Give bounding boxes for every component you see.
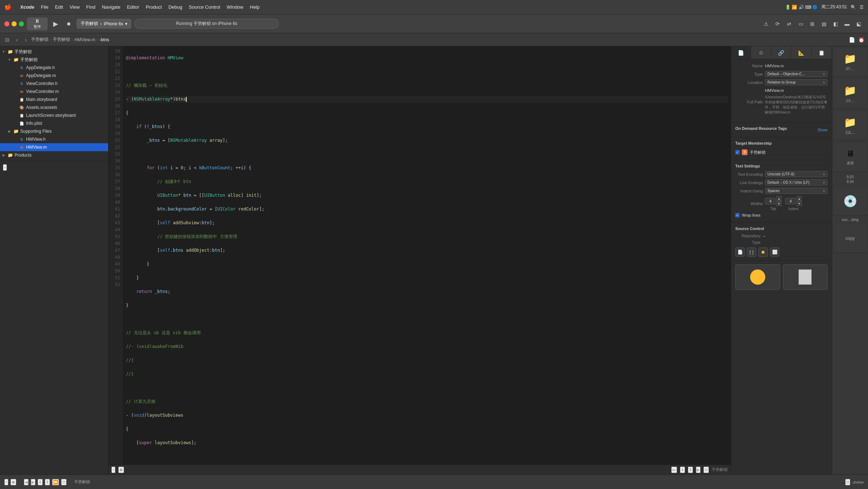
- menu-navigate[interactable]: Navigate: [102, 4, 120, 10]
- refresh-button[interactable]: ⟳: [773, 19, 783, 29]
- sc-square-icon[interactable]: ⬜: [770, 247, 779, 257]
- menu-view[interactable]: View: [69, 4, 80, 10]
- minimize-button[interactable]: [12, 21, 17, 26]
- run-button[interactable]: ▶: [51, 19, 61, 29]
- maximize-button[interactable]: [19, 21, 24, 26]
- add-debug-button[interactable]: +: [111, 467, 115, 473]
- inspector-tab-settings[interactable]: ⚙: [751, 46, 771, 59]
- menu-editor[interactable]: Editor: [127, 4, 139, 10]
- menu-edit[interactable]: Edit: [55, 4, 63, 10]
- menu-window[interactable]: Window: [227, 4, 243, 10]
- inspector-tab-quick[interactable]: 📋: [812, 46, 832, 59]
- wraplines-checkbox[interactable]: ✓: [735, 213, 740, 217]
- sidebar-left-button[interactable]: ◧: [830, 19, 841, 29]
- code-content[interactable]: 18 19 20 21 22 23 24 25 26 27 28 29 30 3…: [109, 46, 731, 464]
- menu-product[interactable]: Product: [146, 4, 162, 10]
- step-in-btn[interactable]: ⬇: [38, 479, 43, 485]
- rfp-item-3[interactable]: 📁 ZJL...: [834, 111, 867, 140]
- sidebar-item-root[interactable]: ▼ 📁 手势解锁: [0, 48, 108, 56]
- indent-width-input[interactable]: [785, 198, 796, 204]
- rfp-item-2[interactable]: 📁 13-...: [834, 80, 867, 109]
- inspector-tab-size[interactable]: 📐: [791, 46, 812, 59]
- stop-button[interactable]: ⏸ 暂停: [27, 17, 48, 30]
- indent-decrement[interactable]: ▼: [797, 201, 802, 206]
- breadcrumb-group[interactable]: 手势解锁: [53, 37, 70, 43]
- sidebar-item-group1[interactable]: ▼ 📁 手势解锁: [0, 56, 108, 64]
- step-back-btn[interactable]: ◀: [24, 479, 29, 485]
- sidebar-item-viewcontroller-m[interactable]: m ViewController.m: [0, 88, 108, 95]
- indent-increment[interactable]: ▲: [797, 196, 802, 201]
- close-button[interactable]: [4, 21, 9, 26]
- sidebar-item-main-storyboard[interactable]: 📋 Main.storyboard: [0, 95, 108, 103]
- sidebar-item-infoplist[interactable]: 📄 Info.plist: [0, 119, 108, 127]
- sidebar-item-supporting-files[interactable]: ▶ 📁 Supporting Files: [0, 127, 108, 135]
- type-dropdown[interactable]: Default – Objective-C... ▾: [765, 71, 827, 77]
- sc-diff-icon[interactable]: { }: [747, 247, 756, 257]
- sidebar-toggle[interactable]: ⊟: [3, 35, 12, 44]
- thumbnail-yellow-circle[interactable]: [735, 264, 780, 290]
- sidebar-item-hmview-m[interactable]: m HMView.m: [0, 143, 108, 151]
- target-checkbox[interactable]: ✓: [735, 150, 740, 154]
- rfp-item-disk[interactable]: 💿: [834, 187, 867, 216]
- sidebar-item-viewcontroller-h[interactable]: h ViewController.h: [0, 80, 108, 88]
- sc-document-icon[interactable]: 📄: [735, 247, 745, 257]
- lineendings-dropdown[interactable]: Default – OS X / Unix (LF) ▾: [765, 179, 827, 186]
- menu-find[interactable]: Find: [86, 4, 95, 10]
- tab-stepper[interactable]: ▲ ▼: [765, 196, 782, 206]
- rfp-item-copy[interactable]: copy: [834, 224, 867, 253]
- sc-circle-icon[interactable]: ⏺: [758, 247, 768, 257]
- layout-standard-button[interactable]: ▭: [796, 19, 806, 29]
- menu-file[interactable]: File: [41, 4, 48, 10]
- breadcrumb-symbol[interactable]: -btns: [99, 37, 109, 42]
- sidebar-item-assets[interactable]: 🎨 Assets.xcassets: [0, 103, 108, 111]
- breadcrumb-project[interactable]: 手势解锁: [31, 37, 48, 43]
- indent-stepper[interactable]: ▲ ▼: [785, 196, 802, 206]
- goto-btn[interactable]: ⏩: [52, 479, 59, 485]
- tab-width-input[interactable]: [765, 198, 776, 204]
- breadcrumb-file[interactable]: HMView.m: [75, 37, 95, 42]
- sidebar-item-appdelegate-h[interactable]: h AppDelegate.h: [0, 64, 108, 72]
- menu-source-control[interactable]: Source Control: [189, 4, 220, 10]
- menu-xcode[interactable]: Xcode: [20, 4, 34, 10]
- debug-step-button[interactable]: ⏺: [118, 467, 124, 473]
- debug-settings-btn[interactable]: ⚙: [61, 479, 67, 485]
- rfp-item-1[interactable]: 📁 07-...: [834, 48, 867, 77]
- simulate-button[interactable]: ⚙: [703, 467, 709, 473]
- inspector-tab-link[interactable]: 🔗: [771, 46, 792, 59]
- document-icon[interactable]: 📄: [848, 36, 856, 44]
- back-arrow[interactable]: ‹: [13, 36, 21, 44]
- sidebar-right-button[interactable]: ⬕: [854, 19, 864, 29]
- inspector-tab-file[interactable]: 📄: [731, 46, 751, 59]
- device-selector[interactable]: 手势解锁 › iPhone 6s ▾: [77, 19, 131, 29]
- menubar-search[interactable]: 🔍: [851, 5, 856, 10]
- continue-button[interactable]: ▶: [696, 467, 701, 473]
- code-editor[interactable]: 18 19 20 21 22 23 24 25 26 27 28 29 30 3…: [109, 46, 731, 475]
- location-dropdown[interactable]: Relative to Group ▾: [765, 79, 827, 85]
- apple-menu[interactable]: 🍎: [4, 4, 12, 10]
- debugger-button[interactable]: ▬: [842, 19, 852, 29]
- add-breakpoint-btn[interactable]: +: [4, 479, 8, 485]
- menubar-more[interactable]: ☰: [860, 5, 864, 10]
- back-forward-button[interactable]: ⇄: [784, 19, 794, 29]
- issues-button[interactable]: ⚠: [761, 19, 771, 29]
- inspector-toggle-btn[interactable]: ⊞: [845, 479, 850, 485]
- breakpoint-nav-btn[interactable]: ⏺: [10, 479, 16, 485]
- stop-square-button[interactable]: ■: [64, 19, 74, 29]
- rfp-item-4[interactable]: 🖥 桌面: [834, 143, 867, 172]
- add-file-button[interactable]: +: [3, 164, 7, 171]
- indent-dropdown[interactable]: Spaces ▾: [765, 188, 827, 194]
- menu-debug[interactable]: Debug: [169, 4, 182, 10]
- code-lines[interactable]: @implementation HMView // 懒加载 – 初始化 - (N…: [123, 46, 731, 464]
- show-button[interactable]: Show: [817, 128, 827, 132]
- tab-decrement[interactable]: ▼: [776, 201, 782, 206]
- sidebar-item-appdelegate-m[interactable]: m AppDelegate.m: [0, 72, 108, 80]
- step-into-button[interactable]: ⬇: [680, 467, 685, 473]
- tab-increment[interactable]: ▲: [776, 196, 782, 201]
- step-fwd-btn[interactable]: ▶: [31, 479, 35, 485]
- step-over-button[interactable]: ⏭: [671, 467, 677, 473]
- menu-help[interactable]: Help: [250, 4, 260, 10]
- sidebar-item-products[interactable]: ▶ 📁 Products: [0, 151, 108, 159]
- clock-icon[interactable]: ⏰: [857, 36, 865, 44]
- forward-arrow[interactable]: ›: [22, 36, 30, 44]
- layout-version-button[interactable]: ▤: [819, 19, 829, 29]
